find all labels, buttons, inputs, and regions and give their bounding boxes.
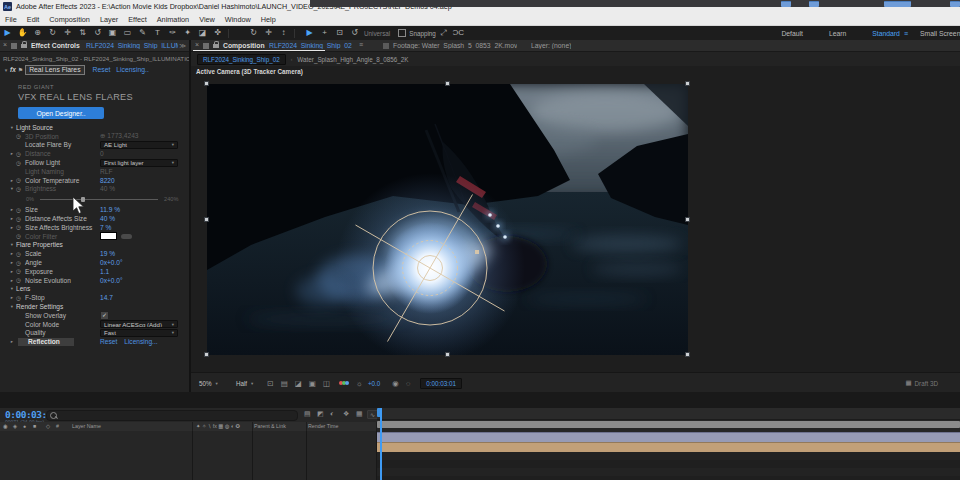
panel-menu-icon[interactable]: ≡ bbox=[359, 41, 363, 48]
scale-ui-icon[interactable]: ⤢ bbox=[436, 26, 451, 40]
show-snapshot-icon[interactable]: ◌ bbox=[406, 379, 410, 388]
tab-layer[interactable]: Layer: (none) bbox=[531, 42, 571, 49]
mini-flowchart-icon[interactable]: ▤ bbox=[304, 410, 311, 418]
slider-knob[interactable] bbox=[81, 197, 85, 202]
stopwatch-icon[interactable]: ◷ bbox=[16, 207, 25, 213]
property-value-scale[interactable]: 19 % bbox=[100, 250, 115, 257]
viewer-tab-active[interactable]: RLF2024_Sinking_Ship_02 bbox=[197, 54, 286, 65]
orbit-camera-tool[interactable]: ↻ bbox=[246, 26, 261, 40]
shy-layers-icon[interactable]: ◩ bbox=[317, 410, 324, 418]
menu-composition[interactable]: Composition bbox=[44, 15, 95, 24]
workspace-menu-icon[interactable]: ≡ bbox=[904, 30, 908, 37]
twirl-icon[interactable]: ▾ bbox=[8, 186, 16, 191]
property-value-size-affects-brightness[interactable]: 7 % bbox=[100, 224, 111, 231]
transparency-grid-icon[interactable]: ▣ bbox=[309, 379, 316, 388]
dropdown-quality[interactable]: Fast▾ bbox=[100, 329, 178, 337]
reset-link[interactable]: Reset bbox=[100, 338, 117, 345]
property-value-light-naming[interactable]: RLF bbox=[100, 168, 112, 175]
selection-tool[interactable]: ▶ bbox=[0, 26, 15, 40]
pan-tool[interactable]: ✛ bbox=[60, 26, 75, 40]
snapping-checkbox[interactable] bbox=[398, 29, 406, 37]
type-tool[interactable]: T bbox=[150, 26, 165, 40]
stopwatch-icon[interactable]: ◷ bbox=[16, 151, 25, 157]
twirl-icon[interactable]: ▾ bbox=[8, 242, 16, 247]
property-value-f-stop[interactable]: 14.7 bbox=[100, 294, 113, 301]
property-value-noise-evolution[interactable]: 0x+0.0° bbox=[100, 277, 123, 284]
brush-tool[interactable]: ✑ bbox=[165, 26, 180, 40]
orbit-tool[interactable]: ↻ bbox=[45, 26, 60, 40]
property-value-brightness[interactable]: 40 % bbox=[100, 185, 115, 192]
selection-handle[interactable] bbox=[685, 352, 690, 357]
draft-3d-toggle[interactable]: ▦ Draft 3D bbox=[905, 379, 938, 387]
axis-arrow-tool[interactable]: ▶ bbox=[302, 26, 317, 40]
selection-handle[interactable] bbox=[685, 81, 690, 86]
pan-camera-tool[interactable]: ✛ bbox=[261, 26, 276, 40]
workspace-small-screen[interactable]: Small Screen bbox=[920, 30, 960, 37]
layer-duration-bar[interactable] bbox=[377, 432, 960, 442]
menu-effect[interactable]: Effect bbox=[123, 15, 152, 24]
panel-overflow-icon[interactable]: ≫ bbox=[179, 42, 186, 50]
stopwatch-icon[interactable]: ◷ bbox=[16, 186, 25, 192]
property-value-color-temperature[interactable]: 8220 bbox=[100, 177, 115, 184]
selection-handle[interactable] bbox=[685, 217, 690, 222]
tab-composition[interactable]: Composition bbox=[223, 42, 265, 49]
eyedropper-icon[interactable] bbox=[121, 234, 132, 239]
licensing-link[interactable]: Licensing.. bbox=[116, 66, 149, 73]
stopwatch-icon[interactable]: ◷ bbox=[16, 224, 25, 230]
twirl-icon[interactable]: ▸ bbox=[8, 339, 16, 344]
twirl-icon[interactable]: ▸ bbox=[8, 178, 16, 183]
time-ruler[interactable] bbox=[377, 408, 960, 420]
stopwatch-icon[interactable]: ◷ bbox=[16, 268, 25, 274]
dolly-camera-tool[interactable]: ↕ bbox=[276, 26, 291, 40]
parent-link-column[interactable]: Parent & Link bbox=[254, 423, 286, 429]
menu-animation[interactable]: Animation bbox=[152, 15, 194, 24]
stopwatch-icon[interactable]: ◷ bbox=[16, 160, 25, 166]
dolly-tool[interactable]: ⇅ bbox=[75, 26, 90, 40]
clone-stamp-tool[interactable]: ✦ bbox=[180, 26, 195, 40]
axis-rotate-tool[interactable]: ↺ bbox=[347, 26, 362, 40]
effect-name[interactable]: Reflection bbox=[18, 338, 74, 346]
viewer-tab-other[interactable]: Water_Splash_High_Angle_8_0856_2K bbox=[297, 56, 408, 63]
rotation-tool[interactable]: ↺ bbox=[90, 26, 105, 40]
dropdown-follow-light[interactable]: First light layer▾ bbox=[100, 159, 178, 167]
reverse-c-icon[interactable]: ƆC bbox=[451, 26, 466, 40]
property-value-exposure[interactable]: 1.1 bbox=[100, 268, 109, 275]
stopwatch-icon[interactable]: ◷ bbox=[16, 295, 25, 301]
tab-effect-controls[interactable]: Effect Controls bbox=[31, 42, 80, 49]
twirl-icon[interactable]: ▸ bbox=[8, 207, 16, 212]
menu-window[interactable]: Window bbox=[220, 15, 256, 24]
eraser-tool[interactable]: ◪ bbox=[195, 26, 210, 40]
property-value-angle[interactable]: 0x+0.0° bbox=[100, 259, 123, 266]
current-time-indicator-handle[interactable] bbox=[377, 408, 382, 417]
twirl-icon[interactable]: ▸ bbox=[8, 225, 16, 230]
layer-name-column[interactable]: Layer Name bbox=[72, 423, 101, 429]
brightness-slider[interactable] bbox=[40, 199, 158, 200]
workspace-learn[interactable]: Learn bbox=[829, 30, 846, 37]
mask-visibility-icon[interactable]: ▤ bbox=[281, 379, 288, 388]
region-of-interest-icon[interactable]: ◪ bbox=[295, 379, 302, 388]
stopwatch-icon[interactable]: ◷ bbox=[16, 216, 25, 222]
dropdown-color-mode[interactable]: Linear ACEScg (Add)▾ bbox=[100, 320, 178, 328]
selection-handle[interactable] bbox=[445, 81, 450, 86]
stopwatch-icon[interactable]: ◷ bbox=[16, 251, 25, 257]
current-time-indicator[interactable] bbox=[380, 408, 382, 480]
licensing-link[interactable]: Licensing... bbox=[124, 338, 157, 345]
viewer-timecode[interactable]: 0:00:03:01 bbox=[420, 378, 462, 389]
menu-view[interactable]: View bbox=[194, 15, 220, 24]
property-value-size[interactable]: 11.9 % bbox=[100, 206, 120, 213]
stopwatch-icon[interactable]: ◷ bbox=[16, 260, 25, 266]
video-frame[interactable] bbox=[207, 84, 688, 355]
property-value-3d-position[interactable]: ⊕ 1773,4243 bbox=[100, 132, 139, 140]
color-swatch[interactable] bbox=[100, 232, 117, 240]
close-icon[interactable]: × bbox=[3, 41, 7, 48]
twirl-icon[interactable]: ▸ bbox=[8, 151, 16, 156]
grid-guides-icon[interactable]: ⊡ bbox=[267, 379, 273, 388]
layer-duration-bar[interactable] bbox=[377, 442, 960, 452]
selection-handle[interactable] bbox=[445, 352, 450, 357]
brainstorm-icon[interactable]: ▦ bbox=[356, 410, 363, 418]
resolution-select[interactable]: Half▾ bbox=[236, 380, 253, 387]
close-icon[interactable]: × bbox=[195, 41, 199, 48]
zoom-tool[interactable]: ⊕ bbox=[30, 26, 45, 40]
lock-icon[interactable] bbox=[213, 44, 219, 48]
dropdown-locate-flare-by[interactable]: AE Light▾ bbox=[100, 141, 178, 149]
